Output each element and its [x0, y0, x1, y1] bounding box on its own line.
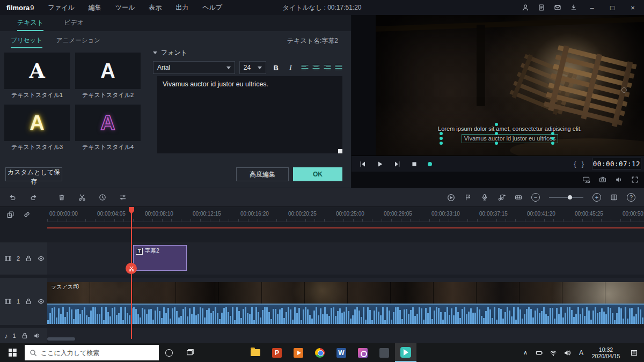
- menu-help[interactable]: ヘルプ: [202, 3, 222, 12]
- selection-handle-bl[interactable]: [440, 142, 443, 145]
- mute-speaker-icon[interactable]: [33, 332, 41, 339]
- selection-handle-tl[interactable]: [440, 132, 443, 135]
- text-style-2-preview[interactable]: A: [75, 53, 141, 89]
- text-style-1[interactable]: A テキストスタイル1: [4, 53, 70, 99]
- menu-edit[interactable]: 編集: [89, 3, 101, 12]
- tab-video[interactable]: ビデオ: [64, 15, 84, 31]
- preview-subtitle-line1[interactable]: Lorem ipsum dolor sit amet, consectetur …: [376, 125, 644, 132]
- close-button[interactable]: ×: [627, 4, 639, 12]
- zoom-slider-thumb[interactable]: [568, 195, 572, 200]
- split-scissors-icon[interactable]: [78, 194, 86, 201]
- search-input[interactable]: [41, 349, 148, 357]
- font-section-header[interactable]: フォント: [153, 47, 342, 58]
- render-preview-icon[interactable]: [447, 194, 455, 202]
- add-music-icon[interactable]: [497, 194, 506, 201]
- taskbar-explorer[interactable]: [245, 343, 266, 362]
- fullscreen-icon[interactable]: [631, 176, 639, 183]
- advanced-edit-button[interactable]: 高度編集: [236, 167, 289, 181]
- textarea-resize-handle[interactable]: [338, 149, 342, 153]
- lock-icon[interactable]: [25, 298, 32, 305]
- preview-subtitle-line2-text[interactable]: Vivamus auctor id justor eu ultrices: [462, 134, 558, 143]
- wifi-icon[interactable]: [546, 343, 560, 362]
- taskbar-media-player[interactable]: [288, 343, 309, 362]
- fit-timeline-icon[interactable]: [515, 194, 522, 201]
- link-clips-icon[interactable]: [23, 211, 31, 218]
- font-family-select[interactable]: Arial: [153, 61, 235, 74]
- record-voiceover-mic-icon[interactable]: [481, 194, 488, 201]
- track-audio[interactable]: [47, 328, 644, 343]
- text-style-3[interactable]: A テキストスタイル3: [4, 105, 70, 151]
- text-style-3-preview[interactable]: A: [4, 105, 70, 141]
- track-subtitle[interactable]: T 字幕2: [47, 242, 644, 275]
- display-settings-icon[interactable]: [582, 176, 590, 183]
- ime-indicator[interactable]: A: [574, 343, 588, 362]
- undo-icon[interactable]: [9, 194, 17, 201]
- align-left-icon[interactable]: [301, 64, 309, 71]
- preview-subtitle-line2[interactable]: Vivamus auctor id justor eu ultrices: [376, 134, 644, 143]
- action-center-icon[interactable]: [624, 343, 644, 362]
- subtab-preset[interactable]: プリセット: [11, 33, 42, 48]
- ok-button[interactable]: OK: [293, 167, 342, 181]
- align-right-icon[interactable]: [324, 64, 331, 71]
- menu-file[interactable]: ファイル: [48, 3, 75, 12]
- cortana-button[interactable]: [159, 343, 179, 362]
- snapshot-camera-icon[interactable]: [599, 176, 606, 183]
- menu-view[interactable]: 表示: [149, 3, 162, 12]
- task-view-button[interactable]: [179, 343, 200, 362]
- marker-flag-icon[interactable]: [464, 194, 472, 201]
- bold-button[interactable]: B: [270, 62, 281, 73]
- selection-handle-mr[interactable]: [551, 137, 554, 140]
- taskbar-app[interactable]: [374, 343, 395, 362]
- adjust-sliders-icon[interactable]: [119, 194, 127, 201]
- font-size-select[interactable]: 24: [239, 61, 267, 74]
- save-as-custom-button[interactable]: カスタムとして保存: [5, 167, 62, 181]
- selection-handle-tr[interactable]: [551, 132, 554, 135]
- stop-button[interactable]: [411, 160, 418, 168]
- video-clip-audio[interactable]: [47, 304, 644, 324]
- align-center-icon[interactable]: [312, 64, 320, 71]
- subtitle-clip[interactable]: T 字幕2: [133, 245, 187, 271]
- selection-handle-br[interactable]: [551, 142, 554, 145]
- taskbar-search[interactable]: [25, 345, 159, 360]
- redo-icon[interactable]: [30, 194, 38, 201]
- mark-out-icon[interactable]: }: [582, 160, 584, 168]
- previous-frame-button[interactable]: [359, 160, 367, 168]
- taskbar-paint[interactable]: [352, 343, 374, 362]
- document-icon[interactable]: [538, 4, 545, 11]
- seek-position-dot[interactable]: [428, 162, 432, 166]
- lock-icon[interactable]: [25, 255, 32, 262]
- italic-button[interactable]: I: [286, 62, 296, 73]
- tab-text[interactable]: テキスト: [17, 15, 43, 31]
- align-justify-icon[interactable]: [335, 64, 342, 71]
- zoom-out-icon[interactable]: −: [531, 193, 540, 202]
- delete-icon[interactable]: [58, 194, 65, 201]
- maximize-button[interactable]: □: [606, 4, 618, 12]
- text-style-4-preview[interactable]: A: [75, 105, 141, 141]
- next-frame-button[interactable]: [393, 160, 401, 168]
- zoom-slider[interactable]: [549, 197, 583, 198]
- selection-handle-tc[interactable]: [495, 132, 498, 135]
- menu-tools[interactable]: ツール: [115, 3, 135, 12]
- volume-icon[interactable]: [560, 343, 574, 362]
- eye-icon[interactable]: [37, 298, 45, 305]
- mark-in-icon[interactable]: {: [574, 160, 576, 168]
- speed-clock-icon[interactable]: [99, 194, 106, 201]
- taskbar-chrome[interactable]: [309, 343, 331, 362]
- subtitle-text-input[interactable]: Vivamus auctor id justor eu ultrices.: [157, 76, 342, 153]
- taskbar-word[interactable]: W: [331, 343, 352, 362]
- battery-icon[interactable]: [532, 343, 546, 362]
- lock-icon[interactable]: [21, 332, 28, 339]
- taskbar-clock[interactable]: 10:32 2020/04/15: [588, 343, 624, 362]
- help-icon[interactable]: ?: [627, 193, 635, 202]
- text-style-2[interactable]: A テキストスタイル2: [75, 53, 141, 99]
- selection-handle-bc[interactable]: [495, 142, 498, 145]
- text-style-1-preview[interactable]: A: [4, 53, 70, 89]
- video-clip[interactable]: ラスアス#8: [47, 282, 644, 304]
- zoom-in-icon[interactable]: +: [592, 193, 601, 202]
- mail-icon[interactable]: [554, 4, 561, 11]
- timeline-horizontal-scrollbar[interactable]: [47, 337, 75, 341]
- media-to-timeline-icon[interactable]: [6, 211, 14, 219]
- selection-handle-ml[interactable]: [440, 137, 443, 140]
- selection-handle-top[interactable]: [495, 123, 498, 126]
- preview-volume-icon[interactable]: [615, 176, 623, 183]
